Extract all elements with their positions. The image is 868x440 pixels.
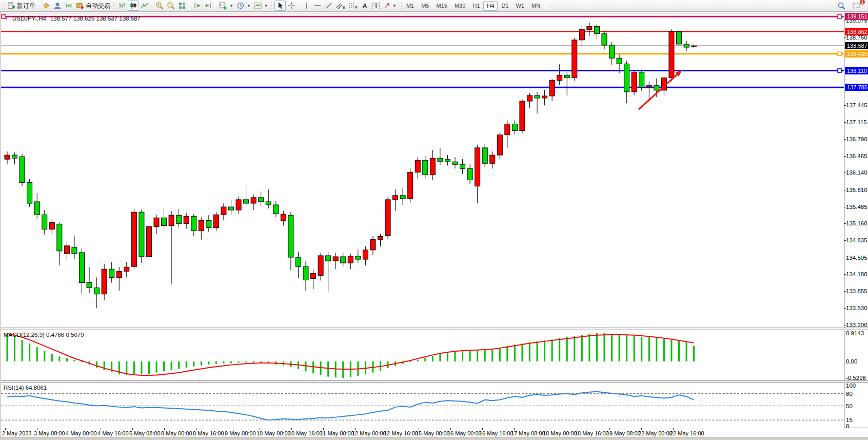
time-axis[interactable]: 2 May 20233 May 08:004 May 00:004 May 16… [1,428,868,438]
indicators-dropdown[interactable]: ▼ [252,1,270,11]
arrows-dropdown[interactable]: ▼ [382,1,398,11]
macd-pane[interactable] [1,330,868,380]
candle [505,124,510,135]
fibonacci-tool[interactable]: F [347,1,359,11]
line-handle[interactable] [838,69,841,72]
timeframe-m1[interactable]: M1 [403,1,418,11]
macd-scale-label: 0.00 [846,358,857,365]
macd-bar [626,335,627,361]
candle [27,183,32,203]
timeframe-mn[interactable]: MN [528,1,544,11]
chart-collapse-icon[interactable]: ▼ [4,16,8,21]
price-tick-label: 136.790 [846,136,867,143]
community-button[interactable] [52,1,63,11]
toolbar-gripper[interactable] [399,2,402,10]
macd-bar [491,349,493,361]
time-tick-label: 5 May 08:00 [129,430,161,436]
candle [80,253,85,283]
macd-bar [588,334,590,361]
profiles-dropdown[interactable]: ▼ [235,1,252,11]
chart-window[interactable]: ▼ USDJPY-,H4 138.577 138.625 138.537 138… [0,12,868,437]
text-tool[interactable]: A [359,1,370,11]
line-handle[interactable] [838,15,841,18]
chart-shift-icon [204,2,212,10]
candle [520,101,525,131]
timeframe-group: M1M5M15M30H1H4D1W1MN [403,1,544,11]
candle [57,224,62,251]
candle [12,155,17,158]
toolbar-gripper[interactable] [271,2,273,10]
macd-bar [447,353,448,361]
bar-chart-button[interactable] [116,1,128,11]
horizontal-line-tool[interactable] [312,1,323,11]
candle [430,158,435,175]
candle [490,155,495,163]
price-chart-pane[interactable] [1,13,868,328]
equidistant-channel-tool[interactable]: E [334,1,347,11]
channel-letter: E [343,5,345,10]
candle [229,207,234,210]
auto-scroll-button[interactable] [191,1,203,11]
macd-bar [432,356,433,361]
new-order-button[interactable]: 新订单 [6,1,37,11]
tile-windows-button[interactable] [176,1,188,11]
search-icon [837,2,846,10]
timeframe-m15[interactable]: M15 [432,1,450,11]
timeframe-d1[interactable]: D1 [498,1,512,11]
new-chart-dropdown[interactable]: ▼ [218,1,235,11]
toolbar-gripper[interactable] [2,2,5,10]
macd-bar [693,346,695,361]
candle [326,256,331,261]
timeframe-h4[interactable]: H4 [483,1,498,11]
chat-button[interactable]: 1 [851,1,863,11]
timeframe-m30[interactable]: M30 [451,1,469,11]
cursor-icon [276,2,284,10]
macd-bar [193,361,194,367]
time-tick-label: 16 May 00:00 [447,430,482,436]
text-label-tool[interactable]: T [370,1,382,11]
vertical-line-tool[interactable] [301,1,312,11]
macd-bar [163,361,165,371]
macd-bar [312,361,314,373]
fibonacci-letter: F [355,5,358,10]
time-tick-label: 18 May 16:00 [575,430,609,436]
search-button[interactable] [836,1,847,11]
crosshair-icon [287,2,295,10]
zoom-out-button[interactable] [165,1,176,11]
trendline-tool[interactable] [323,1,334,11]
rsi-scale-label: 50 [846,403,853,409]
candle [34,202,40,215]
line-handle[interactable] [838,52,841,55]
macd-bar [215,361,217,364]
macd-bar [581,335,583,361]
rsi-pane[interactable] [1,383,868,428]
metaeditor-icon [42,2,50,10]
autotrading-button[interactable]: 自动交易 [74,1,112,11]
timeframe-h1[interactable]: H1 [469,1,483,11]
candle [288,215,293,257]
metaeditor-button[interactable] [41,1,52,11]
candle [378,237,383,240]
macd-bar [686,342,687,361]
candle [109,269,114,277]
separator [299,1,299,10]
macd-bar [611,334,613,361]
candlestick-chart-button[interactable] [128,1,139,11]
macd-bar [171,361,172,370]
indicator-chart-icon [254,2,262,10]
toolbar-gripper[interactable] [113,2,115,10]
line-chart-button[interactable] [139,1,150,11]
cursor-tool-button[interactable] [274,1,286,11]
timeframe-m5[interactable]: M5 [418,1,432,11]
candle [677,32,682,44]
price-tick-label: 134.505 [846,254,867,261]
crosshair-tool-button[interactable] [286,1,297,11]
zoom-in-button[interactable] [154,1,165,11]
chart-shift-button[interactable] [203,1,214,11]
candle [273,205,279,214]
timeframe-w1[interactable]: W1 [512,1,528,11]
signals-button[interactable] [63,1,74,11]
time-tick-label: 12 May 16:00 [384,430,418,436]
macd-bar [417,360,419,361]
macd-bar [514,345,516,361]
